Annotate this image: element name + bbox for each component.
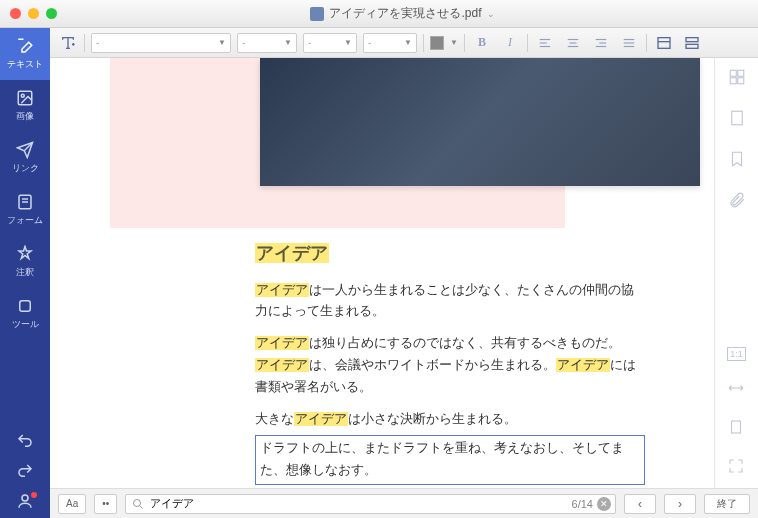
- search-options-button[interactable]: ••: [94, 494, 117, 514]
- svg-rect-23: [730, 70, 736, 76]
- svg-rect-21: [686, 37, 698, 41]
- fit-page-button[interactable]: 1:1: [727, 347, 746, 361]
- svg-rect-5: [20, 301, 31, 312]
- paragraph-mode-button[interactable]: [653, 33, 675, 53]
- document-text[interactable]: アイデア アイデアは一人から生まれることは少なく、たくさんの仲間の協力によって生…: [255, 238, 645, 488]
- font-family-dropdown[interactable]: -▼: [91, 33, 231, 53]
- sidebar-label: フォーム: [7, 214, 43, 227]
- svg-rect-22: [686, 44, 698, 48]
- thumbnails-button[interactable]: [728, 68, 746, 89]
- document-area[interactable]: アイデア アイデアは一人から生まれることは少なく、たくさんの仲間の協力によって生…: [50, 58, 758, 488]
- align-justify-button[interactable]: [618, 33, 640, 53]
- bookmark-button[interactable]: [728, 150, 746, 171]
- annotate-icon: [16, 245, 34, 263]
- right-rail: 1:1: [714, 58, 758, 488]
- font-style-dropdown[interactable]: -▼: [237, 33, 297, 53]
- font-size2-dropdown[interactable]: -▼: [363, 33, 417, 53]
- left-sidebar: テキスト 画像 リンク フォーム 注釈 ツール: [0, 28, 50, 518]
- attachments-button[interactable]: [728, 191, 746, 212]
- fullscreen-button[interactable]: [727, 457, 745, 478]
- svg-point-1: [21, 94, 24, 97]
- link-icon: [16, 141, 34, 159]
- search-input-wrap: 6/14 ✕: [125, 494, 616, 514]
- notification-dot: [31, 492, 37, 498]
- chevron-down-icon: ▼: [284, 38, 292, 47]
- svg-rect-26: [737, 78, 743, 84]
- search-count: 6/14: [572, 498, 593, 510]
- font-size-dropdown[interactable]: -▼: [303, 33, 357, 53]
- undo-button[interactable]: [16, 432, 34, 450]
- bold-button[interactable]: B: [471, 33, 493, 53]
- sidebar-item-form[interactable]: フォーム: [0, 184, 50, 236]
- window-controls: [10, 8, 57, 19]
- search-clear-button[interactable]: ✕: [597, 497, 611, 511]
- svg-point-6: [22, 495, 28, 501]
- svg-rect-27: [731, 111, 742, 125]
- color-swatch[interactable]: [430, 36, 444, 50]
- maximize-window[interactable]: [46, 8, 57, 19]
- search-bar: Aa •• 6/14 ✕ ‹ › 終了: [50, 488, 758, 518]
- fit-width-button[interactable]: [727, 379, 745, 400]
- text-edit-icon: [16, 37, 34, 55]
- tools-icon: [16, 297, 34, 315]
- sidebar-item-text[interactable]: テキスト: [0, 28, 50, 80]
- chevron-down-icon: ▼: [404, 38, 412, 47]
- sidebar-item-image[interactable]: 画像: [0, 80, 50, 132]
- title-dropdown-icon[interactable]: ⌄: [487, 9, 495, 19]
- sidebar-label: 注釈: [16, 266, 34, 279]
- titlebar: アイディアを実現させる.pdf ⌄: [0, 0, 758, 28]
- page-layout-button[interactable]: [727, 418, 745, 439]
- page-view-button[interactable]: [728, 109, 746, 130]
- chevron-down-icon: ▼: [344, 38, 352, 47]
- account-button[interactable]: [16, 492, 34, 510]
- text-edit-selection[interactable]: ドラフトの上に、またドラフトを重ね、考えなおし、そしてまた、想像しなおす。: [255, 435, 645, 485]
- svg-point-29: [134, 499, 141, 506]
- sidebar-item-tools[interactable]: ツール: [0, 288, 50, 340]
- search-icon: [132, 498, 144, 510]
- search-prev-button[interactable]: ‹: [624, 494, 656, 514]
- heading-highlight: アイデア: [255, 243, 329, 263]
- search-next-button[interactable]: ›: [664, 494, 696, 514]
- italic-button[interactable]: I: [499, 33, 521, 53]
- title-text: アイディアを実現させる.pdf: [329, 5, 481, 22]
- svg-rect-28: [732, 421, 741, 433]
- align-right-button[interactable]: [590, 33, 612, 53]
- sidebar-label: リンク: [12, 162, 39, 175]
- image-icon: [16, 89, 34, 107]
- svg-rect-25: [730, 78, 736, 84]
- hero-image: [260, 58, 700, 186]
- format-toolbar: -▼ -▼ -▼ -▼ ▼ B I: [50, 28, 758, 58]
- svg-line-30: [140, 505, 143, 508]
- search-close-button[interactable]: 終了: [704, 494, 750, 514]
- search-input[interactable]: [150, 498, 609, 510]
- align-center-button[interactable]: [562, 33, 584, 53]
- sidebar-label: テキスト: [7, 58, 43, 71]
- form-icon: [16, 193, 34, 211]
- sidebar-item-link[interactable]: リンク: [0, 132, 50, 184]
- match-case-button[interactable]: Aa: [58, 494, 86, 514]
- align-left-button[interactable]: [534, 33, 556, 53]
- close-window[interactable]: [10, 8, 21, 19]
- sidebar-item-annotate[interactable]: 注釈: [0, 236, 50, 288]
- svg-rect-24: [737, 70, 743, 76]
- minimize-window[interactable]: [28, 8, 39, 19]
- redo-button[interactable]: [16, 462, 34, 480]
- sidebar-label: 画像: [16, 110, 34, 123]
- svg-rect-19: [658, 37, 670, 48]
- line-mode-button[interactable]: [681, 33, 703, 53]
- sidebar-label: ツール: [12, 318, 39, 331]
- pdf-file-icon: [310, 7, 324, 21]
- color-dropdown-icon[interactable]: ▼: [450, 38, 458, 47]
- window-title: アイディアを実現させる.pdf ⌄: [57, 5, 748, 22]
- chevron-down-icon: ▼: [218, 38, 226, 47]
- add-text-button[interactable]: [58, 33, 78, 53]
